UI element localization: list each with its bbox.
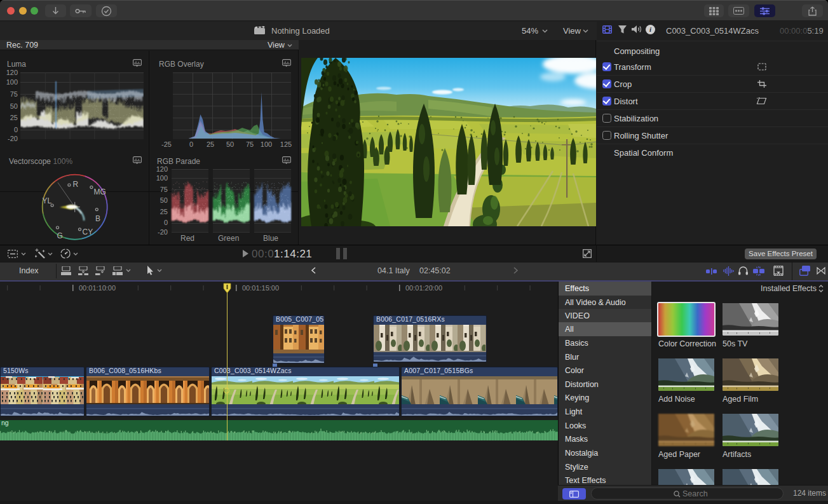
svg-text:YL: YL xyxy=(43,196,52,205)
svg-text:R: R xyxy=(73,180,79,189)
svg-text:CY: CY xyxy=(83,228,93,236)
svg-text:G: G xyxy=(57,231,63,240)
svg-text:MG: MG xyxy=(94,187,106,196)
svg-text:B: B xyxy=(95,214,100,223)
